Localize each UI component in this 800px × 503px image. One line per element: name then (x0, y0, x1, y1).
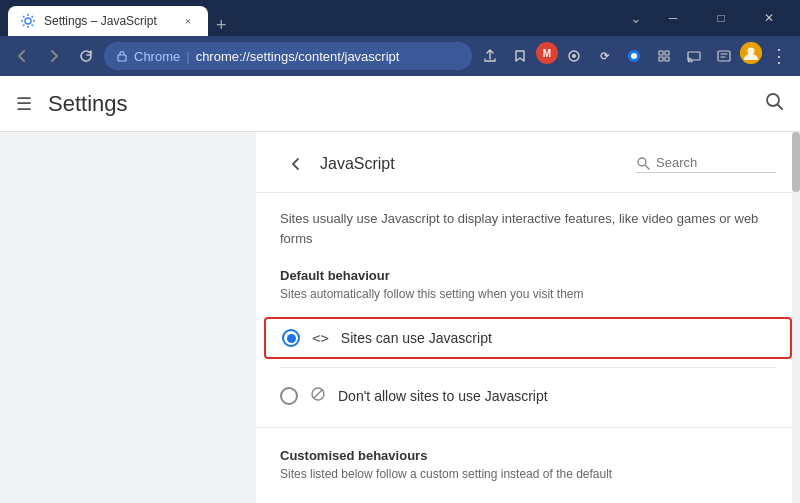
option2-radio-circle (280, 387, 298, 405)
settings-header: ☰ Settings (0, 76, 800, 132)
extension-icon-4[interactable] (620, 42, 648, 70)
option1-radio[interactable]: <> Sites can use Javascript (264, 317, 792, 359)
settings-page: ☰ Settings JavaScript (0, 76, 800, 503)
scrollbar-track[interactable] (792, 132, 800, 503)
cast-button[interactable] (680, 42, 708, 70)
share-button[interactable] (476, 42, 504, 70)
back-button[interactable] (280, 148, 312, 180)
address-separator: | (186, 49, 189, 64)
tab-strip: Settings – JavaScript × + (8, 0, 624, 36)
reload-button[interactable] (72, 42, 100, 70)
option1-radio-dot (287, 334, 296, 343)
divider2 (256, 427, 800, 428)
restore-button[interactable]: □ (698, 0, 744, 36)
settings-page-title: Settings (48, 91, 764, 117)
tab-title: Settings – JavaScript (44, 14, 172, 28)
customised-desc: Sites listed below follow a custom setti… (256, 467, 800, 489)
profile-avatar[interactable] (740, 42, 762, 64)
tab-search-button[interactable] (710, 42, 738, 70)
default-behaviour-label: Default behaviour (256, 260, 800, 287)
section-header: JavaScript (256, 132, 800, 193)
lock-icon (116, 50, 128, 62)
svg-rect-7 (665, 51, 669, 55)
bookmark-button[interactable] (506, 42, 534, 70)
chrome-menu-button[interactable]: ⋮ (764, 42, 792, 70)
default-behaviour-desc: Sites automatically follow this setting … (256, 287, 800, 313)
svg-rect-8 (659, 57, 663, 61)
option2-label: Don't allow sites to use Javascript (338, 388, 548, 404)
back-button[interactable] (8, 42, 36, 70)
description-text: Sites usually use Javascript to display … (256, 193, 800, 260)
section-title: JavaScript (320, 155, 636, 173)
gmail-extension-icon[interactable]: M (536, 42, 558, 64)
svg-point-3 (572, 54, 576, 58)
sidebar (0, 132, 256, 503)
section-search-icon (636, 156, 650, 170)
minimize-button[interactable]: ─ (650, 0, 696, 36)
svg-rect-12 (718, 51, 730, 61)
option2-radio[interactable]: Don't allow sites to use Javascript (264, 376, 792, 415)
svg-point-5 (631, 53, 637, 59)
page-body: JavaScript Sites usually use Javascript … (0, 132, 800, 503)
main-content: JavaScript Sites usually use Javascript … (256, 132, 800, 503)
chevron-down-icon[interactable]: ⌄ (624, 10, 648, 26)
svg-rect-1 (118, 55, 126, 61)
settings-search-icon[interactable] (764, 91, 784, 116)
forward-button[interactable] (40, 42, 68, 70)
tab-close-button[interactable]: × (180, 13, 196, 29)
option1-radio-circle (282, 329, 300, 347)
svg-point-14 (748, 48, 755, 55)
extension-icon-3[interactable]: ⟳ (590, 42, 618, 70)
address-bar-input[interactable]: Chrome | chrome://settings/content/javas… (104, 42, 472, 70)
section-search-input[interactable] (656, 155, 776, 170)
url-text: chrome://settings/content/javascript (196, 49, 400, 64)
option1-icon: <> (312, 330, 329, 346)
svg-rect-9 (665, 57, 669, 61)
option1-label: Sites can use Javascript (341, 330, 492, 346)
extension-icon-2[interactable] (560, 42, 588, 70)
chrome-label: Chrome (134, 49, 180, 64)
svg-rect-6 (659, 51, 663, 55)
address-action-icons: M ⟳ ⋮ (476, 42, 792, 70)
extensions-puzzle-icon[interactable] (650, 42, 678, 70)
settings-favicon-icon (20, 13, 36, 29)
svg-point-11 (688, 61, 690, 63)
titlebar: Settings – JavaScript × + ⌄ ─ □ ✕ (0, 0, 800, 36)
divider1 (280, 367, 776, 368)
svg-point-0 (25, 18, 31, 24)
settings-menu-icon[interactable]: ☰ (16, 93, 32, 115)
addressbar: Chrome | chrome://settings/content/javas… (0, 36, 800, 76)
option2-wrapper: Don't allow sites to use Javascript (256, 372, 800, 419)
close-button[interactable]: ✕ (746, 0, 792, 36)
new-tab-button[interactable]: + (216, 15, 227, 36)
option2-icon (310, 386, 326, 405)
svg-point-16 (638, 158, 646, 166)
customised-label: Customised behaviours (256, 436, 800, 467)
scrollbar-thumb[interactable] (792, 132, 800, 192)
option1-wrapper: <> Sites can use Javascript (256, 313, 800, 363)
section-search[interactable] (636, 155, 776, 173)
content-inner: JavaScript Sites usually use Javascript … (256, 132, 800, 489)
active-tab[interactable]: Settings – JavaScript × (8, 6, 208, 36)
